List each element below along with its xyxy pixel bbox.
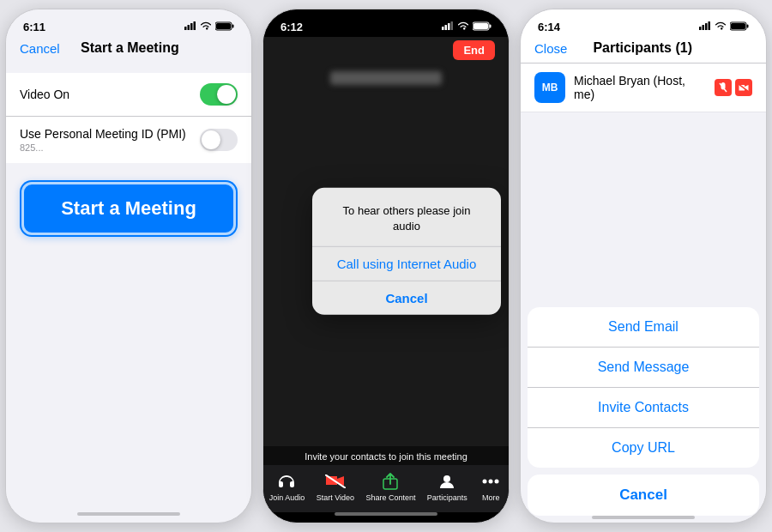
pmi-toggle[interactable]	[200, 129, 238, 151]
action-cancel-button[interactable]: Cancel	[528, 475, 759, 516]
pmi-sub: 825...	[20, 142, 186, 153]
svg-rect-6	[232, 24, 234, 27]
share-up-icon	[378, 472, 402, 491]
battery-icon-3	[730, 21, 749, 33]
mic-muted-icon	[715, 79, 732, 96]
svg-rect-9	[448, 23, 450, 30]
phone2-topbar: End	[263, 37, 509, 60]
phone-1: 6:11 Cancel Start a Meeting Video On	[5, 9, 252, 523]
status-bar-3: 6:14	[521, 9, 766, 37]
participants-label: Participants	[427, 493, 467, 502]
blurred-name	[330, 71, 442, 85]
participant-avatar: MB	[534, 72, 565, 103]
status-bar-1: 6:11	[6, 9, 251, 37]
pmi-label: Use Personal Meeting ID (PMI)	[20, 127, 186, 141]
svg-rect-12	[473, 23, 488, 29]
invite-bar: Invite your contacts to join this meetin…	[263, 446, 509, 465]
send-message-button[interactable]: Send Message	[528, 348, 759, 388]
participant-name: Michael Bryan (Host, me)	[574, 74, 706, 101]
start-video-label: Start Video	[317, 493, 354, 502]
action-group: Send Email Send Message Invite Contacts …	[528, 307, 759, 468]
participant-list: MB Michael Bryan (Host, me)	[521, 63, 766, 112]
participants-icon	[435, 472, 459, 491]
svg-rect-26	[747, 24, 749, 27]
pmi-toggle-knob	[202, 130, 220, 149]
battery-icon	[215, 21, 234, 33]
wifi-icon	[200, 21, 212, 32]
video-background: End To hear others please join audio Cal…	[263, 37, 509, 465]
status-icons-3	[699, 21, 749, 33]
phone-2: 6:12 End To hear others please join audi…	[262, 9, 510, 523]
svg-point-17	[483, 480, 487, 484]
join-audio-label: Join Audio	[269, 493, 305, 502]
svg-rect-8	[445, 25, 448, 30]
invite-contacts-button[interactable]: Invite Contacts	[528, 388, 759, 428]
svg-rect-23	[709, 21, 711, 30]
cancel-button-1[interactable]: Cancel	[20, 41, 60, 56]
time-3: 6:14	[538, 21, 560, 33]
toolbar-share-content[interactable]: Share Content	[365, 472, 415, 502]
svg-rect-0	[184, 27, 187, 30]
wifi-icon-3	[715, 21, 727, 32]
home-indicator-3	[592, 516, 695, 519]
svg-rect-13	[490, 24, 492, 27]
call-internet-audio-button[interactable]: Call using Internet Audio	[312, 247, 501, 281]
toolbar-start-video[interactable]: Start Video	[317, 472, 354, 502]
video-slash-icon	[323, 472, 347, 491]
time-1: 6:11	[23, 21, 45, 33]
svg-point-16	[443, 475, 450, 482]
signal-icon	[184, 21, 196, 32]
toggle-knob	[217, 85, 236, 104]
svg-rect-5	[216, 23, 231, 29]
audio-dialog-text: To hear others please join audio	[329, 203, 484, 233]
share-content-label: Share Content	[365, 493, 415, 502]
status-icons-1	[184, 21, 234, 33]
signal-icon-3	[699, 21, 711, 32]
home-indicator-2	[335, 512, 437, 516]
copy-url-button[interactable]: Copy URL	[528, 428, 759, 468]
wifi-icon-2	[457, 21, 469, 32]
more-label: More	[482, 493, 500, 502]
audio-dialog: To hear others please join audio Call us…	[312, 187, 501, 314]
settings-group: Video On Use Personal Meeting ID (PMI) 8…	[6, 73, 251, 163]
signal-icon-2	[442, 21, 454, 32]
video-toggle[interactable]	[200, 83, 238, 106]
start-meeting-container: Start a Meeting	[6, 166, 251, 251]
audio-cancel-button[interactable]: Cancel	[312, 281, 501, 315]
headphone-icon	[274, 472, 299, 491]
end-button[interactable]: End	[453, 40, 495, 60]
status-icons-2	[442, 21, 492, 33]
camera-muted-icon	[735, 79, 752, 96]
svg-rect-22	[705, 23, 708, 30]
phone1-content: Video On Use Personal Meeting ID (PMI) 8…	[6, 63, 251, 512]
video-on-row: Video On	[6, 73, 251, 117]
svg-rect-2	[190, 23, 193, 30]
phone-3: 6:14 Close Participants (1) MB Michael B…	[520, 9, 767, 523]
toolbar-more[interactable]: More	[479, 472, 503, 502]
page-title-1: Start a Meeting	[81, 40, 179, 56]
toolbar-participants[interactable]: Participants	[427, 472, 467, 502]
time-2: 6:12	[280, 21, 303, 33]
svg-rect-10	[451, 21, 454, 30]
status-bar-2: 6:12	[263, 9, 509, 37]
svg-rect-3	[194, 21, 196, 30]
close-button[interactable]: Close	[534, 41, 567, 56]
svg-point-19	[495, 480, 499, 484]
send-email-button[interactable]: Send Email	[528, 307, 759, 348]
participant-icons	[715, 79, 752, 96]
svg-point-18	[489, 480, 493, 484]
svg-rect-20	[699, 27, 702, 30]
start-meeting-button[interactable]: Start a Meeting	[20, 180, 238, 237]
toolbar: Join Audio Start Video Share Content	[263, 465, 509, 512]
svg-rect-1	[188, 25, 190, 30]
participants-title: Participants (1)	[593, 40, 692, 56]
more-dots-icon	[479, 472, 503, 491]
nav-bar-1: Cancel Start a Meeting	[6, 37, 251, 63]
svg-rect-25	[731, 23, 745, 29]
video-on-label: Video On	[20, 88, 69, 101]
svg-rect-21	[703, 25, 705, 30]
home-indicator-1	[77, 512, 180, 516]
participant-row: MB Michael Bryan (Host, me)	[521, 63, 766, 112]
toolbar-join-audio[interactable]: Join Audio	[269, 472, 305, 502]
battery-icon-2	[473, 21, 492, 33]
